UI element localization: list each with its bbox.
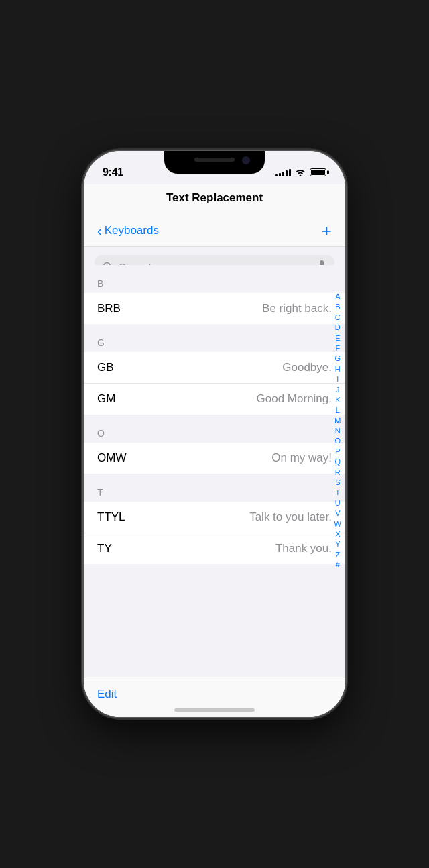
section-b: B BRB Be right back. — [84, 265, 345, 324]
alpha-n[interactable]: N — [334, 426, 342, 436]
status-icons — [275, 168, 326, 176]
list-group-g: GB Goodbye. GM Good Morning. — [84, 352, 345, 415]
edit-button[interactable]: Edit — [97, 688, 117, 701]
alpha-f[interactable]: F — [334, 343, 341, 354]
screen: 9:41 — [84, 151, 345, 717]
alpha-m[interactable]: M — [333, 416, 342, 426]
phrase-omw: On my way! — [271, 451, 332, 465]
alpha-y[interactable]: Y — [334, 539, 341, 549]
add-button[interactable]: + — [322, 222, 332, 239]
alpha-g[interactable]: G — [334, 354, 343, 364]
battery-fill — [311, 170, 325, 175]
list-item[interactable]: TY Thank you. — [84, 533, 345, 564]
alpha-o[interactable]: O — [334, 436, 343, 446]
alpha-q[interactable]: Q — [334, 457, 343, 467]
alpha-x[interactable]: X — [334, 529, 341, 539]
list-item[interactable]: GM Good Morning. — [84, 384, 345, 415]
phrase-gb: Goodbye. — [282, 361, 332, 374]
alpha-r[interactable]: R — [334, 468, 342, 478]
alpha-i[interactable]: I — [335, 374, 340, 384]
section-t: T TTYL Talk to you later. TY Thank you. — [84, 474, 345, 564]
alphabet-index[interactable]: A B C D E F G H I J K L M N O P Q R S T … — [333, 292, 343, 670]
list-group-t: TTYL Talk to you later. TY Thank you. — [84, 502, 345, 564]
section-header-t: T — [84, 474, 345, 502]
alpha-p[interactable]: P — [334, 447, 341, 457]
back-button[interactable]: ‹ Keyboards — [97, 224, 159, 237]
nav-bar: ‹ Keyboards Text Replacement + — [84, 184, 345, 247]
list-item[interactable]: BRB Be right back. — [84, 293, 345, 324]
alpha-u[interactable]: U — [334, 498, 342, 508]
alpha-b[interactable]: B — [334, 302, 341, 312]
section-o: O OMW On my way! — [84, 415, 345, 474]
shortcut-gm: GM — [97, 392, 115, 406]
chevron-left-icon: ‹ — [97, 224, 102, 237]
camera — [242, 156, 250, 164]
page-title: Text Replacement — [166, 191, 263, 205]
notch — [164, 151, 265, 174]
list-item[interactable]: GB Goodbye. — [84, 352, 345, 384]
alpha-s[interactable]: S — [334, 478, 341, 488]
home-indicator — [174, 708, 255, 712]
alpha-h[interactable]: H — [334, 364, 342, 374]
alpha-hash[interactable]: # — [334, 560, 341, 570]
list-content: B BRB Be right back. G GB Goodbye. — [84, 265, 345, 677]
phrase-ttyl: Talk to you later. — [249, 510, 332, 524]
section-header-g: G — [84, 324, 345, 352]
list-item[interactable]: TTYL Talk to you later. — [84, 502, 345, 533]
back-label: Keyboards — [105, 224, 159, 237]
alpha-w[interactable]: W — [333, 519, 343, 529]
alpha-j[interactable]: J — [334, 385, 341, 395]
alpha-c[interactable]: C — [334, 313, 342, 323]
phrase-gm: Good Morning. — [257, 392, 332, 406]
section-g: G GB Goodbye. GM Good Morning. — [84, 324, 345, 415]
shortcut-ty: TY — [97, 542, 112, 555]
shortcut-brb: BRB — [97, 302, 121, 315]
phrase-brb: Be right back. — [262, 302, 332, 315]
signal-icon — [275, 168, 291, 176]
speaker — [194, 158, 235, 162]
alpha-z[interactable]: Z — [334, 550, 341, 560]
list-item[interactable]: OMW On my way! — [84, 443, 345, 474]
section-header-o: O — [84, 415, 345, 443]
alpha-v[interactable]: V — [334, 508, 341, 519]
shortcut-omw: OMW — [97, 451, 126, 465]
battery-icon — [310, 168, 326, 176]
alpha-a[interactable]: A — [334, 292, 341, 302]
shortcut-ttyl: TTYL — [97, 510, 125, 524]
status-time: 9:41 — [103, 166, 123, 178]
phrase-ty: Thank you. — [275, 542, 332, 555]
section-header-b: B — [84, 265, 345, 293]
list-group-o: OMW On my way! — [84, 443, 345, 474]
alpha-d[interactable]: D — [334, 323, 342, 333]
list-group-b: BRB Be right back. — [84, 293, 345, 324]
wifi-icon — [295, 168, 306, 176]
alpha-l[interactable]: L — [334, 405, 341, 415]
alpha-t[interactable]: T — [334, 488, 341, 498]
alpha-e[interactable]: E — [334, 333, 341, 343]
alpha-k[interactable]: K — [334, 395, 341, 405]
shortcut-gb: GB — [97, 361, 114, 374]
